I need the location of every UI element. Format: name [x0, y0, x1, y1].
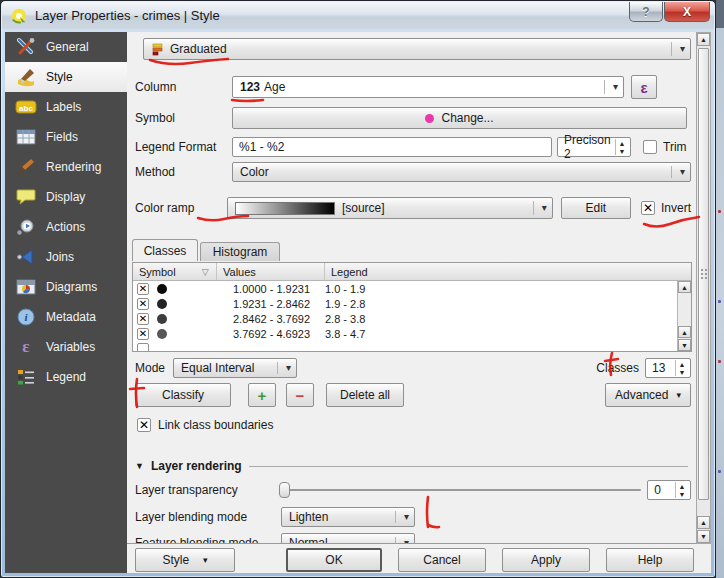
column-header-values[interactable]: Values: [217, 263, 325, 280]
scroll-up-icon[interactable]: ▲: [678, 281, 691, 293]
help-caption-button[interactable]: ?: [629, 2, 663, 22]
class-legend: 1.0 - 1.9: [325, 283, 365, 295]
collapse-triangle-icon: ▼: [135, 461, 144, 471]
chevron-down-icon: ▾: [676, 390, 681, 400]
feature-blending-combo[interactable]: Normal: [281, 533, 415, 544]
legend-format-input[interactable]: %1 - %2: [232, 137, 552, 157]
link-class-boundaries-checkbox[interactable]: ✕: [137, 418, 151, 432]
class-visibility-checkbox[interactable]: [137, 343, 149, 353]
tab-classes[interactable]: Classes: [132, 239, 198, 261]
sidebar-item-metadata[interactable]: i Metadata: [5, 302, 127, 332]
class-row-4[interactable]: ✕ 3.7692 - 4.6923 3.8 - 4.7: [133, 326, 691, 341]
transparency-spin-arrows[interactable]: ▲▼: [675, 482, 688, 498]
legend-format-value: %1 - %2: [239, 140, 284, 154]
mode-combo[interactable]: Equal Interval: [173, 358, 297, 378]
mode-value: Equal Interval: [181, 361, 254, 375]
sidebar-item-style[interactable]: Style: [5, 62, 127, 92]
screenshot-root: Layer Properties - crimes | Style ? X Ge…: [0, 0, 724, 578]
close-caption-button[interactable]: X: [664, 2, 710, 22]
class-row-partial[interactable]: [133, 341, 691, 352]
renderer-type-combo[interactable]: Graduated: [143, 38, 691, 60]
add-class-button[interactable]: +: [248, 383, 276, 407]
sidebar-item-general[interactable]: General: [5, 32, 127, 62]
sidebar-item-actions[interactable]: Actions: [5, 212, 127, 242]
class-row-1[interactable]: ✕ 1.0000 - 1.9231 1.0 - 1.9: [133, 281, 691, 296]
advanced-button[interactable]: Advanced ▾: [605, 383, 691, 407]
window-title: Layer Properties - crimes | Style: [35, 8, 220, 23]
sidebar-item-fields[interactable]: Fields: [5, 122, 127, 152]
epsilon-expression-icon: ε: [640, 79, 647, 96]
layer-rendering-header[interactable]: ▼ Layer rendering: [135, 458, 688, 474]
precision-spinner[interactable]: Precison 2 ▲▼: [557, 137, 631, 157]
method-label: Method: [135, 165, 232, 179]
slider-track[interactable]: [279, 489, 641, 491]
scroll-up-icon[interactable]: ▲: [678, 326, 691, 338]
scroll-down-icon[interactable]: ▼: [697, 530, 710, 543]
column-combo[interactable]: 123 Age: [232, 76, 624, 98]
scroll-down-icon[interactable]: ▼: [678, 339, 691, 351]
transparency-value: 0: [654, 483, 661, 497]
transparency-spinner[interactable]: 0 ▲▼: [647, 480, 691, 500]
feature-blending-label: Feature blending mode: [135, 536, 281, 544]
scroll-up-icon[interactable]: ▲: [697, 33, 710, 46]
delete-all-button[interactable]: Delete all: [326, 383, 404, 407]
class-legend: 2.8 - 3.8: [325, 313, 365, 325]
column-value: Age: [264, 80, 285, 94]
feature-blending-value: Normal: [289, 536, 328, 544]
titlebar[interactable]: Layer Properties - crimes | Style ? X: [2, 2, 714, 29]
delete-all-label: Delete all: [340, 388, 390, 402]
style-menu-button[interactable]: Style ▾: [135, 548, 235, 572]
method-combo[interactable]: Color: [232, 162, 691, 182]
layer-blending-combo[interactable]: Lighten: [281, 507, 415, 527]
scrollbar-thumb[interactable]: [698, 48, 709, 500]
column-header-symbol[interactable]: Symbol ▽: [133, 263, 217, 280]
class-visibility-checkbox[interactable]: ✕: [137, 328, 149, 340]
symbol-change-button[interactable]: Change...: [232, 107, 687, 129]
color-ramp-combo[interactable]: [source]: [227, 197, 553, 219]
tab-histogram[interactable]: Histogram: [200, 242, 280, 261]
tab-histogram-label: Histogram: [213, 245, 268, 259]
sidebar-item-diagrams[interactable]: Diagrams: [5, 272, 127, 302]
class-row-2[interactable]: ✕ 1.9231 - 2.8462 1.9 - 2.8: [133, 296, 691, 311]
class-row-3[interactable]: ✕ 2.8462 - 3.7692 2.8 - 3.8: [133, 311, 691, 326]
sidebar-item-joins[interactable]: Joins: [5, 242, 127, 272]
class-visibility-checkbox[interactable]: ✕: [137, 313, 149, 325]
classify-label: Classify: [162, 388, 204, 402]
classes-spin-arrows[interactable]: ▲▼: [675, 360, 688, 376]
class-visibility-checkbox[interactable]: ✕: [137, 283, 149, 295]
class-symbol-dot: [157, 314, 167, 324]
sidebar-item-label: Fields: [46, 130, 78, 144]
tab-classes-label: Classes: [144, 244, 187, 258]
edit-ramp-button[interactable]: Edit: [561, 197, 631, 219]
symbol-preview-dot: [425, 114, 434, 123]
classify-button[interactable]: Classify: [135, 383, 231, 407]
layer-transparency-slider[interactable]: [279, 482, 641, 498]
classes-count-spinner[interactable]: 13 ▲▼: [645, 358, 691, 378]
precision-spin-arrows[interactable]: ▲▼: [615, 139, 628, 155]
class-symbol-dot: [157, 284, 167, 294]
scroll-up-icon[interactable]: ▲: [697, 516, 710, 529]
sidebar-item-rendering[interactable]: Rendering: [5, 152, 127, 182]
sidebar-item-variables[interactable]: ε Variables: [5, 332, 127, 362]
cancel-button[interactable]: Cancel: [398, 548, 486, 572]
edit-ramp-label: Edit: [586, 201, 607, 215]
page-vertical-scrollbar[interactable]: ▲ ▲ ▼: [696, 32, 711, 544]
help-button[interactable]: Help: [606, 548, 694, 572]
classes-table-scrollbar[interactable]: ▲ ▲ ▼: [677, 281, 691, 351]
section-divider: [249, 466, 688, 467]
column-header-legend[interactable]: Legend: [325, 263, 691, 280]
expression-builder-button[interactable]: ε: [631, 75, 657, 99]
ok-button[interactable]: OK: [286, 548, 382, 572]
invert-checkbox[interactable]: ✕: [641, 201, 655, 215]
trim-checkbox[interactable]: [643, 140, 657, 154]
class-visibility-checkbox[interactable]: ✕: [137, 298, 149, 310]
scrollbar-grip: [700, 268, 708, 280]
remove-class-button[interactable]: −: [286, 383, 314, 407]
sidebar-item-display[interactable]: Display: [5, 182, 127, 212]
sidebar-item-label: Actions: [46, 220, 85, 234]
slider-handle[interactable]: [279, 482, 290, 498]
sidebar-item-legend[interactable]: Legend: [5, 362, 127, 392]
apply-button[interactable]: Apply: [502, 548, 590, 572]
ok-label: OK: [325, 553, 342, 567]
sidebar-item-labels[interactable]: abc Labels: [5, 92, 127, 122]
